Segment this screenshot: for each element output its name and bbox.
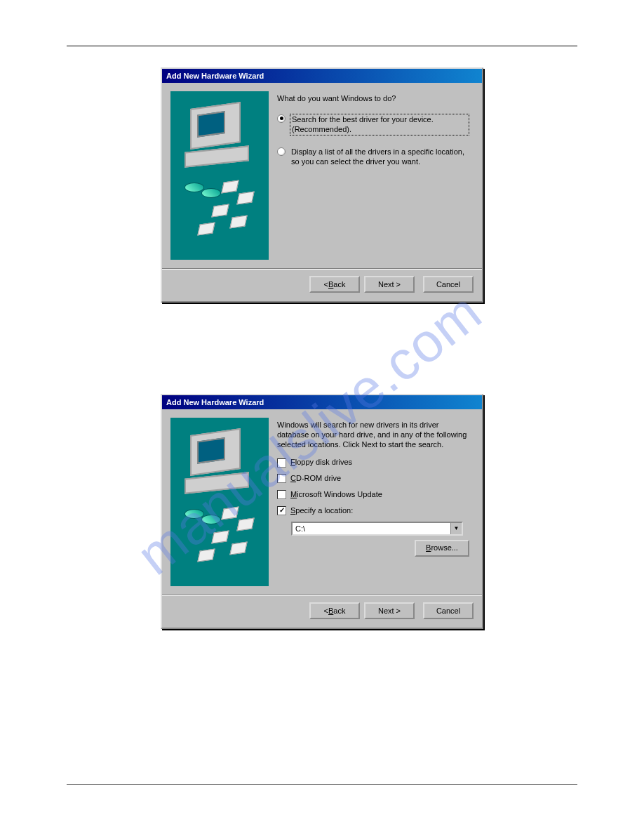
checkbox-icon (277, 458, 286, 468)
wizard-illustration (170, 418, 269, 586)
checkbox-cdrom[interactable]: CD-ROM drive (277, 474, 469, 484)
page-bottom-rule (67, 784, 577, 785)
next-button[interactable]: Next > (364, 602, 415, 619)
radio-icon (277, 147, 286, 156)
checkbox-windows-update[interactable]: Microsoft Windows Update (277, 490, 469, 500)
titlebar-text: Add New Hardware Wizard (166, 398, 264, 406)
btn-label: Next > (378, 280, 401, 289)
titlebar: Add New Hardware Wizard (162, 395, 482, 409)
radio-display-list[interactable]: Display a list of all the drivers in a s… (277, 147, 469, 168)
back-button[interactable]: < Back (309, 602, 360, 619)
btn-hotkey: B (426, 543, 431, 553)
checkbox-icon (277, 506, 286, 515)
location-value: C:\ (293, 523, 450, 534)
check-label: Specify a location: (290, 506, 353, 516)
titlebar: Add New Hardware Wizard (162, 69, 482, 83)
btn-rest: ack (333, 607, 345, 615)
next-button[interactable]: Next > (364, 276, 415, 293)
btn-hotkey: B (328, 280, 333, 289)
checkbox-specify-location[interactable]: Specify a location: (277, 506, 469, 516)
btn-rest: ack (333, 280, 345, 289)
check-label: CD-ROM drive (290, 474, 341, 484)
browse-button[interactable]: Browse... (415, 540, 469, 557)
description-text: Windows will search for new drivers in i… (277, 421, 469, 449)
location-combobox[interactable]: C:\ ▼ (291, 522, 463, 536)
cancel-button[interactable]: Cancel (423, 602, 474, 619)
radio-label: Search for the best driver for your devi… (290, 114, 469, 136)
checkbox-icon (277, 490, 286, 499)
radio-search-best-driver[interactable]: Search for the best driver for your devi… (277, 114, 469, 136)
dialog-driver-search-choice: Add New Hardware Wizard What do you want… (161, 67, 483, 303)
btn-label: Next > (378, 607, 401, 615)
btn-label: Cancel (436, 280, 460, 289)
wizard-illustration (170, 91, 269, 260)
check-label: Floppy disk drives (290, 458, 352, 468)
btn-label: Cancel (436, 607, 460, 615)
btn-hotkey: B (328, 607, 333, 615)
dropdown-icon[interactable]: ▼ (450, 523, 462, 534)
titlebar-text: Add New Hardware Wizard (166, 72, 264, 80)
btn-rest: rowse... (431, 543, 458, 553)
back-button[interactable]: < Back (309, 276, 360, 293)
radio-label: Display a list of all the drivers in a s… (290, 147, 469, 168)
cancel-button[interactable]: Cancel (423, 276, 474, 293)
dialog-search-locations: Add New Hardware Wizard Windows will sea… (161, 394, 483, 629)
radio-icon (277, 114, 286, 123)
checkbox-icon (277, 474, 286, 483)
question-text: What do you want Windows to do? (277, 94, 469, 104)
check-label: Microsoft Windows Update (290, 490, 382, 500)
page-top-rule (67, 46, 577, 46)
checkbox-floppy[interactable]: Floppy disk drives (277, 458, 469, 468)
